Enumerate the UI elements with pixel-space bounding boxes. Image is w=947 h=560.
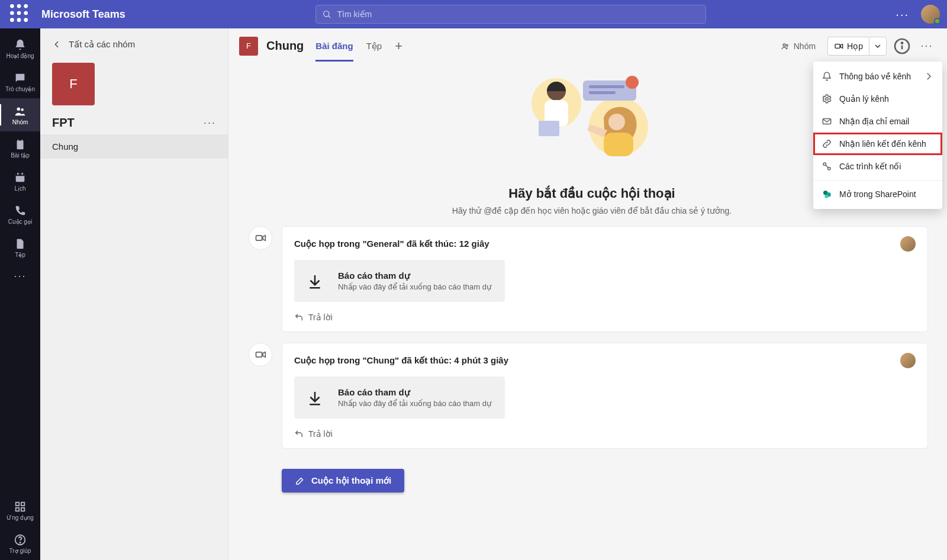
- svg-point-30: [826, 98, 829, 101]
- svg-point-1: [17, 4, 21, 8]
- menu-label: Nhận liên kết đến kênh: [839, 139, 926, 149]
- tab-posts[interactable]: Bài đăng: [315, 30, 353, 62]
- rail-item-files[interactable]: Tệp: [0, 231, 40, 264]
- mail-icon: [822, 116, 832, 127]
- attachment-title: Báo cáo tham dự: [338, 387, 491, 398]
- team-name: FPT: [52, 116, 75, 130]
- team-avatar: F: [52, 63, 95, 105]
- svg-rect-48: [256, 236, 262, 240]
- meet-button[interactable]: Họp: [827, 37, 887, 56]
- svg-rect-45: [589, 85, 624, 88]
- meet-label: Họp: [847, 41, 863, 51]
- rail-item-chat[interactable]: Trò chuyện: [0, 65, 40, 98]
- info-icon[interactable]: [893, 37, 911, 56]
- top-bar: Microsoft Teams ···: [0, 0, 947, 28]
- message-avatar: [900, 236, 916, 252]
- rail-label: Trợ giúp: [9, 548, 31, 554]
- menu-item-notifications[interactable]: Thông báo về kênh: [813, 65, 942, 88]
- svg-rect-43: [604, 133, 633, 156]
- reply-icon: [294, 313, 304, 322]
- svg-point-4: [17, 11, 21, 15]
- svg-marker-26: [840, 44, 842, 48]
- app-rail: Hoạt động Trò chuyện Nhóm Bài tập Lịch C…: [0, 28, 40, 560]
- channel-more-icon[interactable]: ···: [917, 37, 936, 56]
- svg-point-9: [323, 11, 328, 17]
- reply-label: Trả lời: [308, 429, 333, 439]
- svg-point-0: [10, 4, 14, 8]
- svg-rect-17: [16, 502, 20, 506]
- team-pill-label: Nhóm: [794, 41, 816, 51]
- attendance-attachment[interactable]: Báo cáo tham dự Nhấp vào đây để tải xuốn…: [294, 376, 505, 419]
- rail-item-help[interactable]: Trợ giúp: [0, 527, 40, 560]
- svg-line-10: [328, 16, 330, 18]
- team-panel: Tất cả các nhóm F FPT ··· Chung: [40, 28, 228, 560]
- tab-files[interactable]: Tệp: [366, 30, 382, 62]
- svg-rect-14: [16, 173, 25, 176]
- svg-point-24: [786, 44, 788, 46]
- back-icon[interactable]: [52, 40, 62, 49]
- channel-name: Chung: [266, 39, 304, 53]
- svg-point-2: [24, 4, 28, 8]
- rail-item-activity[interactable]: Hoạt động: [0, 32, 40, 65]
- channel-avatar: F: [239, 37, 258, 56]
- menu-item-email[interactable]: Nhận địa chỉ email: [813, 110, 942, 133]
- rail-label: Lịch: [14, 185, 25, 192]
- menu-item-get-link[interactable]: Nhận liên kết đến kênh: [813, 133, 942, 155]
- new-conversation-label: Cuộc hội thoại mới: [311, 475, 391, 486]
- svg-rect-52: [256, 352, 262, 357]
- rail-label: Tệp: [15, 252, 25, 258]
- presence-badge: [934, 18, 940, 24]
- menu-label: Quản lý kênh: [839, 94, 889, 104]
- meet-dropdown[interactable]: [869, 37, 887, 56]
- svg-point-42: [608, 114, 625, 130]
- rail-item-calendar[interactable]: Lịch: [0, 165, 40, 198]
- rail-item-assignments[interactable]: Bài tập: [0, 131, 40, 165]
- menu-label: Thông báo về kênh: [839, 72, 911, 81]
- reply-label: Trả lời: [308, 313, 333, 322]
- attendance-attachment[interactable]: Báo cáo tham dự Nhấp vào đây để tải xuốn…: [294, 260, 505, 302]
- sharepoint-icon: [822, 189, 832, 199]
- team-more-icon[interactable]: ···: [204, 117, 216, 129]
- svg-point-23: [783, 44, 785, 46]
- app-title: Microsoft Teams: [41, 8, 125, 21]
- add-tab-icon[interactable]: +: [395, 38, 402, 54]
- svg-marker-53: [263, 352, 265, 357]
- menu-item-manage[interactable]: Quản lý kênh: [813, 88, 942, 110]
- chevron-down-icon: [873, 41, 882, 51]
- search-input[interactable]: [336, 9, 700, 20]
- team-icon: [781, 41, 790, 51]
- rail-item-more[interactable]: ···: [0, 264, 40, 288]
- rail-item-teams[interactable]: Nhóm: [0, 98, 40, 131]
- svg-point-7: [17, 18, 21, 22]
- svg-rect-18: [21, 502, 25, 506]
- channel-header: F Chung Bài đăng Tệp + Nhóm Họp: [228, 28, 947, 64]
- svg-point-6: [10, 18, 14, 22]
- message-item: Cuộc họp trong "General" đã kết thúc: 12…: [249, 226, 928, 332]
- link-icon: [822, 139, 832, 149]
- app-launcher-icon[interactable]: [7, 1, 31, 28]
- rail-item-apps[interactable]: Ứng dụng: [0, 494, 40, 527]
- message-avatar: [900, 353, 916, 368]
- svg-point-47: [626, 76, 639, 89]
- svg-rect-19: [16, 507, 20, 511]
- svg-point-12: [21, 108, 23, 111]
- user-avatar[interactable]: [921, 5, 940, 24]
- channel-item[interactable]: Chung: [40, 134, 228, 159]
- team-visibility-pill[interactable]: Nhóm: [775, 37, 822, 56]
- svg-marker-49: [263, 236, 265, 240]
- menu-item-sharepoint[interactable]: Mở trong SharePoint: [813, 183, 942, 205]
- menu-item-connectors[interactable]: Các trình kết nối: [813, 155, 942, 178]
- meeting-icon: [249, 226, 272, 250]
- menu-label: Mở trong SharePoint: [839, 189, 916, 199]
- search-box[interactable]: [315, 5, 706, 24]
- new-conversation-button[interactable]: Cuộc hội thoại mới: [282, 469, 404, 493]
- rail-item-calls[interactable]: Cuộc gọi: [0, 198, 40, 231]
- back-label[interactable]: Tất cả các nhóm: [69, 39, 135, 50]
- reply-button[interactable]: Trả lời: [294, 309, 916, 326]
- settings-more-icon[interactable]: ···: [896, 8, 909, 21]
- reply-button[interactable]: Trả lời: [294, 426, 916, 442]
- svg-rect-20: [21, 507, 25, 511]
- main-content: F Chung Bài đăng Tệp + Nhóm Họp: [228, 28, 947, 560]
- rail-label: Ứng dụng: [7, 514, 34, 521]
- rail-label: Bài tập: [11, 152, 30, 159]
